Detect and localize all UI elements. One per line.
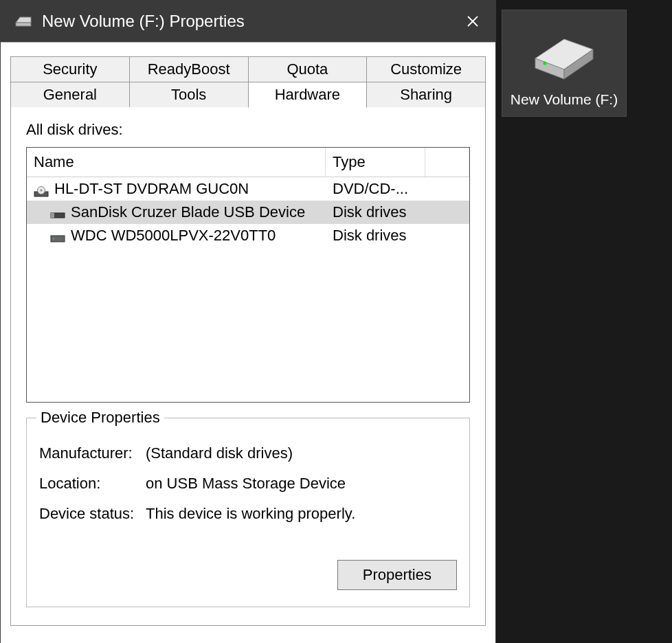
svg-point-14 — [543, 61, 546, 65]
tab-content-hardware: All disk drives: Name Type — [10, 107, 486, 626]
drive-name: SanDisk Cruzer Blade USB Device — [71, 203, 305, 221]
svg-point-6 — [41, 190, 43, 192]
tab-readyboost[interactable]: ReadyBoost — [129, 56, 249, 82]
svg-marker-0 — [16, 17, 31, 23]
drive-type: Disk drives — [326, 201, 425, 224]
dvd-drive-icon — [34, 183, 49, 194]
properties-dialog: New Volume (F:) Properties Security Read… — [0, 0, 496, 643]
dialog-body: Security ReadyBoost Quota Customize Gene… — [1, 42, 495, 643]
tab-tools[interactable]: Tools — [129, 82, 249, 108]
svg-point-10 — [53, 238, 54, 240]
properties-button[interactable]: Properties — [337, 560, 457, 590]
hdd-drive-icon — [50, 230, 65, 241]
svg-rect-8 — [51, 213, 54, 218]
status-value: This device is working properly. — [146, 505, 457, 523]
drive-name: HL-DT-ST DVDRAM GUC0N — [54, 180, 249, 198]
drive-name: WDC WD5000LPVX-22V0TT0 — [71, 227, 276, 245]
tab-customize[interactable]: Customize — [366, 56, 486, 82]
device-properties-group: Device Properties Manufacturer: (Standar… — [26, 418, 470, 607]
all-drives-label: All disk drives: — [26, 121, 470, 139]
svg-rect-1 — [16, 23, 31, 26]
status-label: Device status: — [39, 505, 146, 523]
close-button[interactable] — [460, 8, 486, 34]
drive-type: DVD/CD-... — [326, 177, 425, 201]
close-icon — [467, 15, 479, 27]
manufacturer-value: (Standard disk drives) — [146, 444, 457, 462]
usb-drive-icon — [50, 207, 65, 218]
drive-icon — [14, 16, 32, 27]
tab-security[interactable]: Security — [10, 56, 130, 82]
column-type[interactable]: Type — [326, 148, 425, 177]
column-name[interactable]: Name — [27, 148, 326, 177]
list-header: Name Type — [27, 148, 469, 177]
desktop-drive-item[interactable]: New Volume (F:) — [502, 10, 627, 117]
location-label: Location: — [39, 475, 146, 493]
location-value: on USB Mass Storage Device — [146, 475, 457, 493]
device-properties-legend: Device Properties — [36, 409, 164, 427]
manufacturer-label: Manufacturer: — [39, 444, 146, 462]
drive-row[interactable]: SanDisk Cruzer Blade USB Device Disk dri… — [27, 201, 469, 224]
tab-hardware[interactable]: Hardware — [248, 82, 368, 108]
window-title: New Volume (F:) Properties — [42, 12, 460, 31]
column-extra[interactable] — [425, 148, 469, 177]
drive-list[interactable]: Name Type HL-DT-ST DVDRAM GUC0N — [26, 147, 470, 403]
tab-quota[interactable]: Quota — [248, 56, 368, 82]
titlebar[interactable]: New Volume (F:) Properties — [1, 1, 495, 42]
desktop-drive-label: New Volume (F:) — [506, 91, 622, 108]
tabs: Security ReadyBoost Quota Customize Gene… — [10, 56, 486, 626]
tab-general[interactable]: General — [10, 82, 130, 108]
external-drive-icon — [523, 27, 605, 80]
drive-row[interactable]: WDC WD5000LPVX-22V0TT0 Disk drives — [27, 224, 469, 247]
tab-sharing[interactable]: Sharing — [366, 82, 486, 108]
list-rows: HL-DT-ST DVDRAM GUC0N DVD/CD-... SanDisk… — [27, 177, 469, 402]
drive-row[interactable]: HL-DT-ST DVDRAM GUC0N DVD/CD-... — [27, 177, 469, 201]
drive-type: Disk drives — [326, 224, 425, 247]
